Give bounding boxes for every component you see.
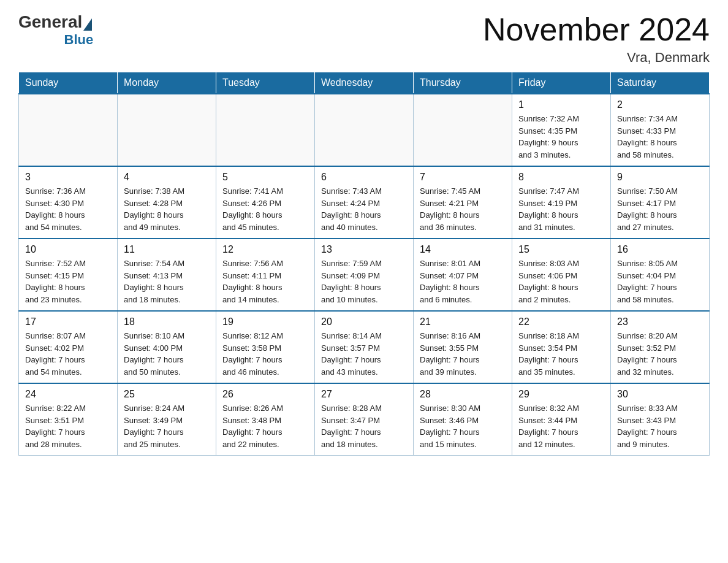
calendar-cell: 14Sunrise: 8:01 AMSunset: 4:07 PMDayligh… [414, 239, 512, 311]
weekday-header-saturday: Saturday [611, 72, 710, 94]
calendar-cell: 1Sunrise: 7:32 AMSunset: 4:35 PMDaylight… [512, 94, 611, 166]
day-info: Sunrise: 8:32 AMSunset: 3:44 PMDaylight:… [518, 402, 604, 450]
day-number: 19 [222, 316, 308, 327]
day-info: Sunrise: 8:20 AMSunset: 3:52 PMDaylight:… [617, 330, 703, 378]
calendar-cell: 3Sunrise: 7:36 AMSunset: 4:30 PMDaylight… [19, 166, 118, 239]
day-number: 8 [518, 172, 604, 183]
day-number: 7 [420, 172, 506, 183]
day-number: 1 [518, 99, 604, 110]
calendar-cell: 8Sunrise: 7:47 AMSunset: 4:19 PMDaylight… [512, 166, 611, 239]
day-info: Sunrise: 7:45 AMSunset: 4:21 PMDaylight:… [420, 185, 506, 233]
calendar-week-row: 24Sunrise: 8:22 AMSunset: 3:51 PMDayligh… [19, 383, 710, 456]
calendar-cell [19, 94, 118, 166]
day-number: 20 [321, 316, 407, 327]
logo-blue-text: Blue [64, 32, 94, 48]
day-info: Sunrise: 7:50 AMSunset: 4:17 PMDaylight:… [617, 185, 703, 233]
calendar-cell: 17Sunrise: 8:07 AMSunset: 4:02 PMDayligh… [19, 311, 118, 383]
calendar-cell [118, 94, 216, 166]
calendar-week-row: 3Sunrise: 7:36 AMSunset: 4:30 PMDaylight… [19, 166, 710, 239]
day-info: Sunrise: 8:12 AMSunset: 3:58 PMDaylight:… [222, 330, 308, 378]
calendar-cell: 12Sunrise: 7:56 AMSunset: 4:11 PMDayligh… [216, 239, 315, 311]
calendar-cell: 16Sunrise: 8:05 AMSunset: 4:04 PMDayligh… [611, 239, 710, 311]
day-number: 24 [25, 389, 111, 400]
day-info: Sunrise: 8:03 AMSunset: 4:06 PMDaylight:… [518, 258, 604, 305]
calendar-cell: 15Sunrise: 8:03 AMSunset: 4:06 PMDayligh… [512, 239, 611, 311]
calendar-cell: 5Sunrise: 7:41 AMSunset: 4:26 PMDaylight… [216, 166, 315, 239]
calendar-cell: 9Sunrise: 7:50 AMSunset: 4:17 PMDaylight… [611, 166, 710, 239]
day-number: 27 [321, 389, 407, 400]
day-info: Sunrise: 7:32 AMSunset: 4:35 PMDaylight:… [518, 113, 604, 161]
calendar-cell: 18Sunrise: 8:10 AMSunset: 4:00 PMDayligh… [118, 311, 216, 383]
calendar-cell [414, 94, 512, 166]
day-number: 26 [222, 389, 308, 400]
day-info: Sunrise: 8:18 AMSunset: 3:54 PMDaylight:… [518, 330, 604, 378]
day-number: 28 [420, 389, 506, 400]
calendar-cell: 6Sunrise: 7:43 AMSunset: 4:24 PMDaylight… [315, 166, 414, 239]
weekday-header-monday: Monday [118, 72, 216, 94]
day-info: Sunrise: 7:41 AMSunset: 4:26 PMDaylight:… [222, 185, 308, 233]
weekday-header-sunday: Sunday [19, 72, 118, 94]
calendar-week-row: 1Sunrise: 7:32 AMSunset: 4:35 PMDaylight… [19, 94, 710, 166]
calendar-cell [315, 94, 414, 166]
day-number: 30 [617, 389, 703, 400]
calendar-cell: 19Sunrise: 8:12 AMSunset: 3:58 PMDayligh… [216, 311, 315, 383]
day-info: Sunrise: 8:30 AMSunset: 3:46 PMDaylight:… [420, 402, 506, 450]
day-info: Sunrise: 8:07 AMSunset: 4:02 PMDaylight:… [25, 330, 111, 378]
calendar-cell: 25Sunrise: 8:24 AMSunset: 3:49 PMDayligh… [118, 383, 216, 456]
day-info: Sunrise: 8:26 AMSunset: 3:48 PMDaylight:… [222, 402, 308, 450]
calendar-cell: 11Sunrise: 7:54 AMSunset: 4:13 PMDayligh… [118, 239, 216, 311]
day-number: 29 [518, 389, 604, 400]
day-number: 6 [321, 172, 407, 183]
calendar-cell: 20Sunrise: 8:14 AMSunset: 3:57 PMDayligh… [315, 311, 414, 383]
day-info: Sunrise: 8:28 AMSunset: 3:47 PMDaylight:… [321, 402, 407, 450]
weekday-header-row: SundayMondayTuesdayWednesdayThursdayFrid… [19, 72, 710, 94]
day-number: 3 [25, 172, 111, 183]
page-header: General Blue November 2024 Vra, Denmark [18, 12, 710, 66]
day-number: 18 [124, 316, 210, 327]
day-number: 11 [124, 244, 210, 255]
day-number: 9 [617, 172, 703, 183]
day-number: 15 [518, 244, 604, 255]
day-number: 10 [25, 244, 111, 255]
day-info: Sunrise: 8:01 AMSunset: 4:07 PMDaylight:… [420, 258, 506, 305]
calendar-cell: 10Sunrise: 7:52 AMSunset: 4:15 PMDayligh… [19, 239, 118, 311]
day-number: 12 [222, 244, 308, 255]
calendar-cell: 27Sunrise: 8:28 AMSunset: 3:47 PMDayligh… [315, 383, 414, 456]
day-number: 4 [124, 172, 210, 183]
day-info: Sunrise: 8:14 AMSunset: 3:57 PMDaylight:… [321, 330, 407, 378]
day-info: Sunrise: 7:59 AMSunset: 4:09 PMDaylight:… [321, 258, 407, 305]
day-info: Sunrise: 7:56 AMSunset: 4:11 PMDaylight:… [222, 258, 308, 305]
logo-general-text: General [18, 12, 82, 32]
calendar-cell: 13Sunrise: 7:59 AMSunset: 4:09 PMDayligh… [315, 239, 414, 311]
day-info: Sunrise: 8:22 AMSunset: 3:51 PMDaylight:… [25, 402, 111, 450]
calendar-cell: 30Sunrise: 8:33 AMSunset: 3:43 PMDayligh… [611, 383, 710, 456]
calendar-cell: 24Sunrise: 8:22 AMSunset: 3:51 PMDayligh… [19, 383, 118, 456]
weekday-header-tuesday: Tuesday [216, 72, 315, 94]
day-info: Sunrise: 8:33 AMSunset: 3:43 PMDaylight:… [617, 402, 703, 450]
day-number: 17 [25, 316, 111, 327]
calendar-cell: 26Sunrise: 8:26 AMSunset: 3:48 PMDayligh… [216, 383, 315, 456]
day-number: 21 [420, 316, 506, 327]
location-label: Vra, Denmark [483, 50, 710, 66]
day-info: Sunrise: 7:36 AMSunset: 4:30 PMDaylight:… [25, 185, 111, 233]
calendar-week-row: 17Sunrise: 8:07 AMSunset: 4:02 PMDayligh… [19, 311, 710, 383]
day-number: 16 [617, 244, 703, 255]
day-info: Sunrise: 7:38 AMSunset: 4:28 PMDaylight:… [124, 185, 210, 233]
calendar-cell: 28Sunrise: 8:30 AMSunset: 3:46 PMDayligh… [414, 383, 512, 456]
calendar-table: SundayMondayTuesdayWednesdayThursdayFrid… [18, 72, 710, 456]
day-info: Sunrise: 8:05 AMSunset: 4:04 PMDaylight:… [617, 258, 703, 305]
day-info: Sunrise: 7:54 AMSunset: 4:13 PMDaylight:… [124, 258, 210, 305]
month-title: November 2024 [483, 12, 710, 47]
calendar-cell: 29Sunrise: 8:32 AMSunset: 3:44 PMDayligh… [512, 383, 611, 456]
calendar-cell: 7Sunrise: 7:45 AMSunset: 4:21 PMDaylight… [414, 166, 512, 239]
calendar-cell: 4Sunrise: 7:38 AMSunset: 4:28 PMDaylight… [118, 166, 216, 239]
calendar-cell: 23Sunrise: 8:20 AMSunset: 3:52 PMDayligh… [611, 311, 710, 383]
calendar-cell: 2Sunrise: 7:34 AMSunset: 4:33 PMDaylight… [611, 94, 710, 166]
day-number: 5 [222, 172, 308, 183]
day-number: 25 [124, 389, 210, 400]
weekday-header-thursday: Thursday [414, 72, 512, 94]
day-info: Sunrise: 8:10 AMSunset: 4:00 PMDaylight:… [124, 330, 210, 378]
weekday-header-wednesday: Wednesday [315, 72, 414, 94]
day-info: Sunrise: 8:16 AMSunset: 3:55 PMDaylight:… [420, 330, 506, 378]
day-number: 14 [420, 244, 506, 255]
